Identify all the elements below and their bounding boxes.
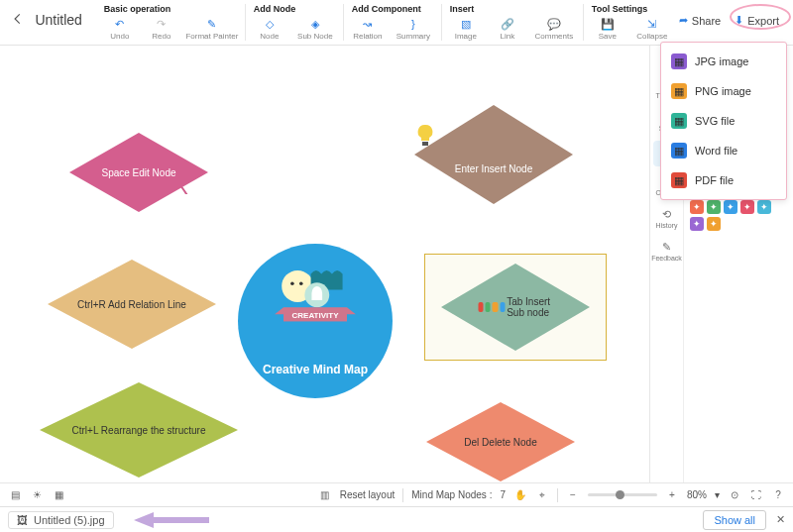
zoom-slider[interactable] — [588, 493, 657, 496]
summary-button[interactable]: }Summary — [394, 16, 433, 41]
symbol-item[interactable]: ✦ — [724, 200, 737, 214]
center-node-label: Creative Mind Map — [263, 363, 368, 376]
show-all-button[interactable]: Show all — [703, 510, 766, 530]
download-bar: 🖼 Untitled (5).jpg Show all ✕ — [0, 506, 793, 532]
center-icon[interactable]: ⊙ — [728, 488, 741, 502]
node-space-edit[interactable]: Space Edit Node — [69, 133, 208, 212]
redo-icon: ↷ — [154, 16, 170, 32]
add-node-button[interactable]: ◇Node — [254, 16, 285, 41]
sidebar-feedback[interactable]: ✎Feedback — [653, 238, 681, 265]
insert-comment-button[interactable]: 💬Comments — [533, 16, 575, 41]
export-pdf[interactable]: ▦PDF file — [661, 165, 786, 195]
reset-layout-icon: ▥ — [318, 488, 332, 502]
reset-layout-button[interactable]: Reset layout — [340, 489, 396, 500]
group-title-insert: Insert — [450, 4, 575, 14]
svg-marker-6 — [347, 307, 356, 314]
symbol-item[interactable]: ✦ — [757, 200, 771, 214]
top-toolbar: Untitled Basic operation ↶Undo ↷Redo ✎Fo… — [0, 0, 793, 46]
node-icon: ◇ — [262, 16, 278, 32]
insert-link-button[interactable]: 🔗Link — [492, 16, 523, 41]
toolbar-groups: Basic operation ↶Undo ↷Redo ✎Format Pain… — [96, 4, 679, 41]
cursor-icon[interactable]: ⌖ — [535, 488, 549, 502]
creativity-illustration: CREATIVITY — [271, 262, 360, 341]
node-add-relation[interactable]: Ctrl+R Add Relation Line — [48, 260, 216, 349]
pdf-icon: ▦ — [671, 172, 687, 188]
brightness-icon[interactable]: ☀ — [30, 488, 44, 502]
node-count-value: 7 — [500, 489, 506, 500]
export-word[interactable]: ▦Word file — [661, 136, 786, 165]
save-icon: 💾 — [600, 16, 616, 32]
view-icon[interactable]: ▦ — [52, 488, 65, 502]
center-node[interactable]: CREATIVITY Creative Mind Map — [238, 244, 393, 398]
feedback-icon: ✎ — [662, 241, 671, 254]
image-icon: ▧ — [458, 16, 474, 32]
zoom-value: 80% — [687, 489, 707, 500]
insert-image-button[interactable]: ▧Image — [450, 16, 482, 41]
node-enter-insert[interactable]: Enter Insert Node — [414, 105, 573, 204]
close-download-bar[interactable]: ✕ — [776, 513, 785, 526]
link-icon: 🔗 — [500, 16, 515, 32]
svg-point-1 — [290, 281, 294, 285]
node-tab-insert-sub[interactable]: Tab Insert Sub node — [424, 254, 607, 361]
export-svg[interactable]: ▦SVG file — [661, 106, 786, 136]
relation-icon: ↝ — [360, 16, 376, 32]
add-subnode-button[interactable]: ◈Sub Node — [295, 16, 335, 41]
svg-marker-15 — [134, 512, 154, 528]
undo-button[interactable]: ↶Undo — [104, 16, 136, 41]
fullscreen-icon[interactable]: ⛶ — [749, 488, 763, 502]
mindmap-canvas[interactable]: CREATIVITY Creative Mind Map Space Edit … — [0, 46, 649, 482]
flag-red-icon — [479, 302, 484, 312]
node-delete[interactable]: Del Delete Node — [426, 402, 575, 481]
export-jpg[interactable]: ▦JPG image — [661, 47, 786, 76]
file-image-icon: 🖼 — [17, 514, 28, 526]
symbol-item[interactable]: ✦ — [707, 200, 721, 214]
collapse-button[interactable]: ⇲Collapse — [633, 16, 671, 41]
help-icon[interactable]: ? — [771, 488, 785, 502]
symbol-item[interactable]: ✦ — [690, 200, 704, 214]
creativity-text: CREATIVITY — [292, 311, 340, 320]
history-icon: ⟲ — [662, 208, 671, 221]
undo-icon: ↶ — [112, 16, 128, 32]
node-rearrange[interactable]: Ctrl+L Rearrange the structure — [40, 382, 238, 478]
check-orange-icon — [493, 302, 498, 312]
svg-marker-10 — [414, 105, 573, 204]
export-button[interactable]: ⬇Export — [735, 14, 779, 27]
collapse-icon: ⇲ — [644, 16, 660, 32]
person-blue-icon — [500, 302, 505, 312]
chevron-left-icon — [11, 12, 25, 26]
lightbulb-icon — [414, 123, 436, 149]
relation-button[interactable]: ↝Relation — [352, 16, 384, 41]
png-icon: ▦ — [671, 83, 687, 99]
summary-icon: } — [405, 16, 421, 32]
sidebar-history[interactable]: ⟲History — [653, 205, 681, 232]
download-item[interactable]: 🖼 Untitled (5).jpg — [8, 511, 114, 529]
symbol-item[interactable]: ✦ — [690, 217, 704, 231]
document-title[interactable]: Untitled — [35, 12, 81, 28]
node-tab-label: Tab Insert Sub node — [479, 296, 553, 318]
download-filename: Untitled (5).jpg — [34, 514, 105, 526]
annotation-arrow — [134, 512, 213, 528]
save-button[interactable]: 💾Save — [592, 16, 623, 41]
back-button[interactable] — [8, 12, 27, 26]
svg-rect-11 — [422, 142, 428, 146]
zoom-out-button[interactable]: − — [566, 488, 580, 502]
zoom-in-button[interactable]: + — [665, 488, 679, 502]
symbol-item[interactable]: ✦ — [740, 200, 754, 214]
redo-button[interactable]: ↷Redo — [146, 16, 177, 41]
comment-icon: 💬 — [546, 16, 562, 32]
hand-icon[interactable]: ✋ — [513, 488, 527, 502]
word-icon: ▦ — [671, 143, 687, 159]
export-png[interactable]: ▦PNG image — [661, 76, 786, 106]
svg-icon: ▦ — [671, 113, 687, 129]
format-painter-button[interactable]: ✎Format Painter — [187, 16, 237, 41]
export-menu: ▦JPG image ▦PNG image ▦SVG file ▦Word fi… — [660, 42, 787, 200]
layout-icon[interactable]: ▤ — [8, 488, 22, 502]
zoom-chevron-icon[interactable]: ▾ — [715, 489, 720, 500]
x-green-icon — [486, 302, 491, 312]
jpg-icon: ▦ — [671, 53, 687, 69]
group-title-addcomp: Add Component — [352, 4, 433, 14]
share-button[interactable]: ➦Share — [679, 14, 721, 27]
symbol-item[interactable]: ✦ — [707, 217, 721, 231]
share-icon: ➦ — [679, 14, 688, 27]
subnode-icon: ◈ — [307, 16, 323, 32]
